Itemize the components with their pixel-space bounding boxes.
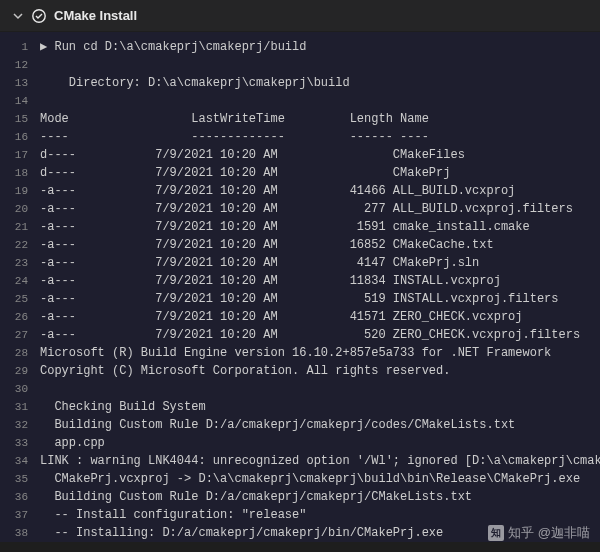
terminal-line: 24-a--- 7/9/2021 10:20 AM 11834 INSTALL.… (0, 272, 600, 290)
line-content: LINK : warning LNK4044: unrecognized opt… (40, 452, 600, 470)
line-number: 32 (0, 416, 40, 434)
terminal-line: 29Copyright (C) Microsoft Corporation. A… (0, 362, 600, 380)
line-content: Directory: D:\a\cmakeprj\cmakeprj\build (40, 74, 350, 92)
line-content: Checking Build System (40, 398, 206, 416)
terminal-line: 13 Directory: D:\a\cmakeprj\cmakeprj\bui… (0, 74, 600, 92)
line-number: 13 (0, 74, 40, 92)
terminal-line: 17d---- 7/9/2021 10:20 AM CMakeFiles (0, 146, 600, 164)
line-number: 37 (0, 506, 40, 524)
terminal-line: 34LINK : warning LNK4044: unrecognized o… (0, 452, 600, 470)
line-content: -a--- 7/9/2021 10:20 AM 11834 INSTALL.vc… (40, 272, 501, 290)
terminal-line: 27-a--- 7/9/2021 10:20 AM 520 ZERO_CHECK… (0, 326, 600, 344)
line-number: 15 (0, 110, 40, 128)
line-number: 14 (0, 92, 40, 110)
line-content: Microsoft (R) Build Engine version 16.10… (40, 344, 551, 362)
line-content: -a--- 7/9/2021 10:20 AM 520 ZERO_CHECK.v… (40, 326, 580, 344)
terminal-line: 20-a--- 7/9/2021 10:20 AM 277 ALL_BUILD.… (0, 200, 600, 218)
terminal-line: 12 (0, 56, 600, 74)
line-content: -a--- 7/9/2021 10:20 AM 1591 cmake_insta… (40, 218, 530, 236)
terminal-output[interactable]: 1▶ Run cd D:\a\cmakeprj\cmakeprj/build12… (0, 32, 600, 542)
line-number: 20 (0, 200, 40, 218)
terminal-line: 23-a--- 7/9/2021 10:20 AM 4147 CMakePrj.… (0, 254, 600, 272)
svg-point-0 (33, 9, 45, 21)
line-number: 38 (0, 524, 40, 542)
terminal-line: 33 app.cpp (0, 434, 600, 452)
line-content: Building Custom Rule D:/a/cmakeprj/cmake… (40, 488, 472, 506)
terminal-line: 32 Building Custom Rule D:/a/cmakeprj/cm… (0, 416, 600, 434)
line-content: Building Custom Rule D:/a/cmakeprj/cmake… (40, 416, 515, 434)
line-content: -- Install configuration: "release" (40, 506, 306, 524)
terminal-line: 31 Checking Build System (0, 398, 600, 416)
line-content: -a--- 7/9/2021 10:20 AM 41466 ALL_BUILD.… (40, 182, 515, 200)
line-number: 34 (0, 452, 40, 470)
terminal-line: 38 -- Installing: D:/a/cmakeprj/cmakeprj… (0, 524, 600, 542)
line-number: 26 (0, 308, 40, 326)
line-number: 35 (0, 470, 40, 488)
line-content: -a--- 7/9/2021 10:20 AM 4147 CMakePrj.sl… (40, 254, 479, 272)
line-content: Copyright (C) Microsoft Corporation. All… (40, 362, 450, 380)
terminal-line: 30 (0, 380, 600, 398)
terminal-line: 22-a--- 7/9/2021 10:20 AM 16852 CMakeCac… (0, 236, 600, 254)
line-number: 12 (0, 56, 40, 74)
terminal-line: 14 (0, 92, 600, 110)
line-content: ---- ------------- ------ ---- (40, 128, 429, 146)
line-content: -a--- 7/9/2021 10:20 AM 41571 ZERO_CHECK… (40, 308, 522, 326)
line-number: 29 (0, 362, 40, 380)
collapse-chevron-icon[interactable] (12, 10, 24, 22)
line-number: 16 (0, 128, 40, 146)
line-content: CMakePrj.vcxproj -> D:\a\cmakeprj\cmakep… (40, 470, 580, 488)
line-number: 27 (0, 326, 40, 344)
line-number: 22 (0, 236, 40, 254)
line-number: 36 (0, 488, 40, 506)
line-number: 31 (0, 398, 40, 416)
terminal-line: 1▶ Run cd D:\a\cmakeprj\cmakeprj/build (0, 38, 600, 56)
line-number: 17 (0, 146, 40, 164)
terminal-line: 15Mode LastWriteTime Length Name (0, 110, 600, 128)
line-number: 18 (0, 164, 40, 182)
terminal-line: 28Microsoft (R) Build Engine version 16.… (0, 344, 600, 362)
line-content: -a--- 7/9/2021 10:20 AM 16852 CMakeCache… (40, 236, 494, 254)
terminal-line: 21-a--- 7/9/2021 10:20 AM 1591 cmake_ins… (0, 218, 600, 236)
line-content: app.cpp (40, 434, 105, 452)
line-content: Mode LastWriteTime Length Name (40, 110, 429, 128)
line-number: 33 (0, 434, 40, 452)
line-content: -a--- 7/9/2021 10:20 AM 277 ALL_BUILD.vc… (40, 200, 573, 218)
line-content: ▶ Run cd D:\a\cmakeprj\cmakeprj/build (40, 38, 306, 56)
panel-title: CMake Install (54, 8, 137, 23)
line-number: 30 (0, 380, 40, 398)
success-check-icon (32, 9, 46, 23)
line-number: 1 (0, 38, 40, 56)
terminal-line: 37 -- Install configuration: "release" (0, 506, 600, 524)
terminal-line: 26-a--- 7/9/2021 10:20 AM 41571 ZERO_CHE… (0, 308, 600, 326)
panel-header[interactable]: CMake Install (0, 0, 600, 32)
line-number: 28 (0, 344, 40, 362)
line-number: 19 (0, 182, 40, 200)
line-number: 25 (0, 290, 40, 308)
terminal-line: 18d---- 7/9/2021 10:20 AM CMakePrj (0, 164, 600, 182)
terminal-line: 35 CMakePrj.vcxproj -> D:\a\cmakeprj\cma… (0, 470, 600, 488)
line-content: d---- 7/9/2021 10:20 AM CMakeFiles (40, 146, 465, 164)
terminal-line: 25-a--- 7/9/2021 10:20 AM 519 INSTALL.vc… (0, 290, 600, 308)
terminal-line: 16---- ------------- ------ ---- (0, 128, 600, 146)
terminal-line: 36 Building Custom Rule D:/a/cmakeprj/cm… (0, 488, 600, 506)
line-content: -a--- 7/9/2021 10:20 AM 519 INSTALL.vcxp… (40, 290, 558, 308)
line-number: 24 (0, 272, 40, 290)
line-content: -- Installing: D:/a/cmakeprj/cmakeprj/bi… (40, 524, 443, 542)
line-content: d---- 7/9/2021 10:20 AM CMakePrj (40, 164, 450, 182)
terminal-line: 19-a--- 7/9/2021 10:20 AM 41466 ALL_BUIL… (0, 182, 600, 200)
line-number: 21 (0, 218, 40, 236)
line-number: 23 (0, 254, 40, 272)
